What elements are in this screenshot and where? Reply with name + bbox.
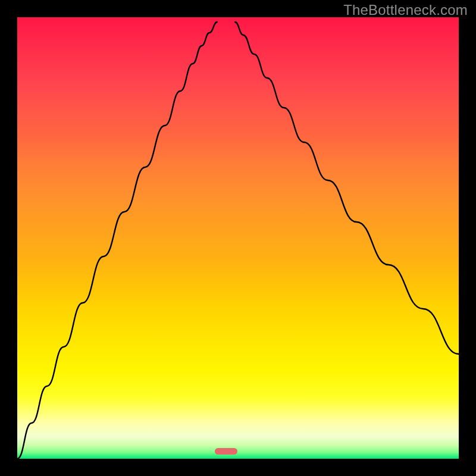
- curve-right-branch: [235, 22, 459, 354]
- chart-frame: TheBottleneck.com: [0, 0, 476, 476]
- plot-area: [17, 17, 459, 459]
- minimum-marker: [215, 448, 237, 455]
- curve-layer: [17, 17, 459, 459]
- curve-left-branch: [17, 22, 217, 459]
- watermark-text: TheBottleneck.com: [343, 2, 468, 18]
